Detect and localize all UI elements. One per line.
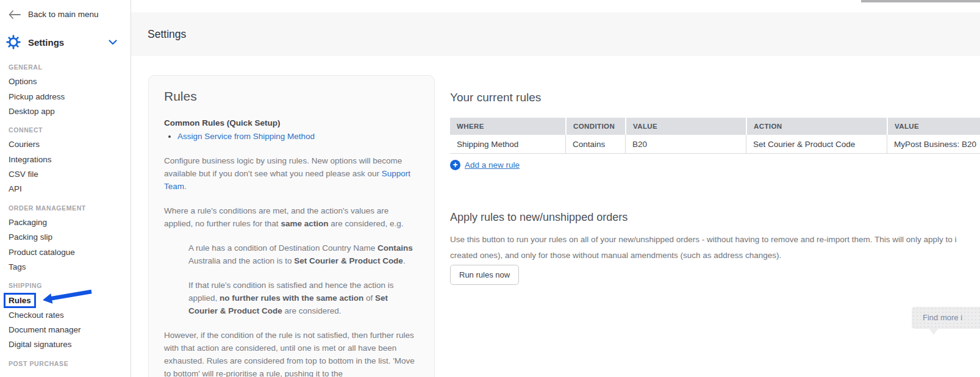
rules-example-2: If that rule's condition is satisfied an…: [188, 279, 419, 317]
sidebar-item-rules[interactable]: Rules: [9, 293, 128, 307]
add-new-rule-button[interactable]: Add a new rule: [450, 160, 520, 170]
settings-sidebar: Back to main menu Settings GENERAL Optio…: [0, 0, 131, 377]
col-header-where: WHERE: [450, 118, 565, 135]
rules-info-panel: Rules Common Rules (Quick Setup) Assign …: [148, 75, 435, 377]
paragraph-text: Australia and the action is to: [188, 256, 294, 265]
top-scrollbar-thumb[interactable]: [861, 0, 980, 2]
section-post-purchase: POST PURCHASE: [9, 356, 128, 371]
assign-service-link[interactable]: Assign Service from Shipping Method: [177, 132, 315, 141]
current-rules-title: Your current rules: [450, 91, 541, 104]
run-rules-now-button[interactable]: Run rules now: [450, 265, 519, 285]
rules-paragraph-2: Where a rule's conditions are met, and t…: [164, 204, 419, 230]
page-header: Settings: [131, 12, 980, 56]
paragraph-text: A rule has a condition of Destination Co…: [188, 243, 377, 253]
paragraph-text: of: [363, 293, 375, 303]
back-label: Back to main menu: [28, 10, 99, 19]
sidebar-item-integrations[interactable]: Integrations: [9, 153, 128, 167]
sidebar-item-packing-slip[interactable]: Packing slip: [9, 230, 128, 245]
gear-icon: [6, 35, 21, 49]
apply-rules-description-line2: created ones), and only for those withou…: [450, 248, 980, 264]
cell-value: B20: [625, 135, 746, 154]
col-header-value: VALUE: [625, 118, 746, 135]
quick-setup-list-item: Assign Service from Shipping Method: [177, 130, 419, 143]
section-general: GENERAL: [9, 60, 128, 74]
current-rules-table: WHERE CONDITION VALUE ACTION VALUE Shipp…: [450, 118, 980, 154]
rules-highlight-box[interactable]: Rules: [4, 293, 36, 308]
cell-where: Shipping Method: [450, 135, 565, 154]
sidebar-item-options[interactable]: Options: [9, 74, 128, 89]
sidebar-item-checkout-rates[interactable]: Checkout rates: [9, 308, 128, 323]
sidebar-settings-header[interactable]: Settings: [6, 35, 123, 49]
sidebar-item-api[interactable]: API: [9, 182, 128, 196]
top-white-strip: [131, 0, 980, 12]
rules-panel-title: Rules: [164, 89, 419, 104]
main-content: Rules Common Rules (Quick Setup) Assign …: [131, 56, 980, 377]
paragraph-bold-text: no further rules with the same action: [220, 293, 363, 303]
paragraph-text: Configure business logic by using rules.…: [164, 156, 402, 178]
sidebar-item-product-catalogue[interactable]: Product catalogue: [9, 245, 128, 260]
col-header-action: ACTION: [746, 118, 887, 135]
col-header-condition: CONDITION: [565, 118, 625, 135]
sidebar-item-pickup-address[interactable]: Pickup address: [9, 90, 128, 104]
sidebar-item-document-manager[interactable]: Document manager: [9, 323, 128, 337]
paragraph-text: are considered.: [282, 306, 342, 315]
chevron-down-icon[interactable]: [109, 40, 117, 45]
col-header-action-value: VALUE: [887, 118, 980, 135]
tooltip-tail: [929, 328, 939, 340]
paragraph-bold-text: Contains: [377, 243, 413, 253]
cell-condition: Contains: [565, 135, 625, 154]
apply-rules-description-line1: Use this button to run your rules on all…: [450, 232, 980, 248]
section-shipping: SHIPPING: [9, 278, 128, 293]
sidebar-title: Settings: [28, 37, 64, 48]
cell-action-value: MyPost Business: B20: [887, 135, 980, 154]
paragraph-text: .: [403, 256, 406, 265]
add-new-rule-link[interactable]: Add a new rule: [465, 160, 520, 170]
apply-rules-title: Apply rules to new/unshipped orders: [450, 211, 628, 224]
sidebar-item-tags[interactable]: Tags: [9, 260, 128, 275]
quick-setup-list: Assign Service from Shipping Method: [177, 130, 419, 143]
paragraph-text: are considered, e.g.: [328, 219, 403, 228]
paragraph-bold-text: Set Courier & Product Code: [294, 256, 403, 265]
plus-circle-icon: [450, 160, 460, 170]
sidebar-item-couriers[interactable]: Couriers: [9, 137, 128, 152]
apply-rules-description: Use this button to run your rules on all…: [450, 232, 980, 264]
rules-paragraph-3: However, if the condition of the rule is…: [164, 329, 419, 377]
section-order-management: ORDER MANAGEMENT: [9, 201, 128, 215]
find-more-info-tooltip: Find more i: [912, 307, 980, 329]
sidebar-item-packaging[interactable]: Packaging: [9, 215, 128, 230]
table-row: Shipping Method Contains B20 Set Courier…: [450, 135, 980, 154]
paragraph-bold-text: same action: [281, 219, 328, 228]
page-title: Settings: [148, 12, 186, 56]
sidebar-item-desktop-app[interactable]: Desktop app: [9, 104, 128, 119]
back-arrow-icon: [9, 10, 21, 19]
cell-action: Set Courier & Product Code: [746, 135, 887, 154]
rules-paragraph-1: Configure business logic by using rules.…: [164, 154, 419, 193]
section-connect: CONNECT: [9, 123, 128, 137]
back-to-main-menu-button[interactable]: Back to main menu: [9, 10, 99, 19]
common-rules-heading: Common Rules (Quick Setup): [164, 118, 419, 127]
rules-example-1: A rule has a condition of Destination Co…: [188, 242, 419, 267]
sidebar-item-digital-signatures[interactable]: Digital signatures: [9, 337, 128, 352]
paragraph-text: .: [184, 182, 187, 191]
table-header-row: WHERE CONDITION VALUE ACTION VALUE: [450, 118, 980, 135]
sidebar-nav: GENERAL Options Pickup address Desktop a…: [9, 60, 128, 371]
sidebar-item-csv-file[interactable]: CSV file: [9, 167, 128, 182]
